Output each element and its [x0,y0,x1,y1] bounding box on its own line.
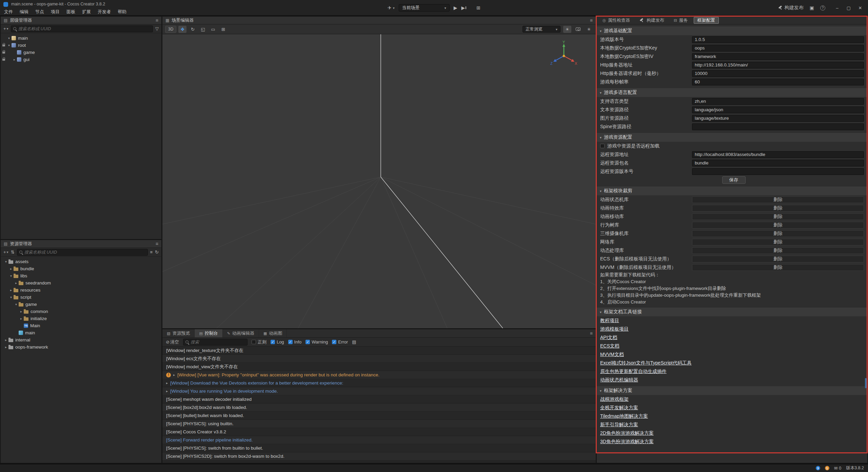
checkbox-icon[interactable]: ✓ [332,340,336,344]
help-icon[interactable]: ? [820,5,825,11]
inspector-tab[interactable]: ⊟服务 [670,17,692,24]
lock-toggle[interactable] [1,44,6,46]
console-tab[interactable]: ▦动画图 [259,329,287,337]
property-input[interactable]: 60 [692,79,864,85]
asset-node[interactable]: ▸internal [1,336,161,343]
checkbox-icon[interactable]: ✓ [271,340,275,344]
section-header[interactable]: ▾框架解决方案 [597,386,867,395]
package-icon[interactable]: ▣ [810,5,814,11]
remote-load-checkbox[interactable] [600,144,605,148]
doc-link[interactable]: 3D角色扮演游戏解决方案 [600,439,654,445]
asset-node[interactable]: ▸oops-framework [1,343,161,351]
asset-node[interactable]: ▸seedrandom [1,279,161,287]
anchor-tool-button[interactable]: ⊞ [219,26,227,33]
regex-checkbox[interactable] [252,340,256,344]
panel-menu-icon[interactable]: ≡ [156,18,158,23]
expand-arrow-icon[interactable]: ▸ [8,267,14,271]
lighting-toggle-button[interactable]: ☀ [563,26,571,33]
move-tool-button[interactable]: ✥ [178,26,186,33]
expand-arrow-icon[interactable]: ▾ [6,43,12,47]
doc-link[interactable]: API文档 [600,335,617,341]
property-input[interactable]: framework [692,53,864,60]
menubar-item[interactable]: 项目 [47,9,63,15]
doc-link[interactable]: 原生包热更新配置自动生成插件 [600,369,667,375]
property-input[interactable] [692,123,864,130]
console-log-row[interactable]: [Scene] [PHYSICS]: using builtin. [162,420,596,428]
expand-arrow-icon[interactable]: ▾ [14,302,19,306]
info-count-badge[interactable]: 3 [816,466,820,470]
camera-view-button[interactable] [574,26,582,33]
asset-node[interactable]: ▾libs [1,272,161,279]
expand-arrow-icon[interactable]: ▸ [166,389,168,393]
asset-node[interactable]: ▾game [1,301,161,308]
menubar-item[interactable]: 帮助 [114,9,130,15]
projection-toggle-button[interactable]: 3D [165,26,176,33]
preview-scene-select[interactable]: 当前场景 ▾ [399,4,450,12]
doc-link[interactable]: 动画状态机编辑器 [600,377,638,383]
section-header[interactable]: ▾游戏多语言配置 [597,88,867,97]
property-input[interactable] [692,168,864,175]
menubar-item[interactable]: 节点 [32,9,47,15]
hierarchy-node[interactable]: ▾root [1,42,161,49]
menubar-item[interactable]: 扩展 [79,9,94,15]
delete-button[interactable]: 删除 [692,196,864,203]
save-button[interactable]: 保存 [722,176,746,184]
expand-arrow-icon[interactable]: ▸ [3,345,8,349]
expand-arrow-icon[interactable]: ▸ [12,58,17,61]
hierarchy-node[interactable]: ▸gui [1,56,161,63]
console-log-row[interactable]: [Scene] [bullet]:bullet wasm lib loaded. [162,412,596,420]
inspector-tab[interactable]: ◎属性检查器 [599,17,634,24]
property-input[interactable]: http://localhost:8083/assets/bundle [692,151,864,158]
asset-node[interactable]: TSMain [1,322,161,329]
menubar-item[interactable]: 面板 [63,9,79,15]
log-filter-info[interactable]: ✓Info [288,339,302,345]
section-header[interactable]: ▾游戏基础配置 [597,26,867,35]
doc-link[interactable]: ECS文档 [600,343,619,349]
create-node-button[interactable]: + ▾ [3,26,8,31]
property-input[interactable]: 10000 [692,70,864,77]
console-search-input[interactable] [191,340,245,345]
expand-arrow-icon[interactable]: ▾ [8,295,14,299]
expand-arrow-icon[interactable]: ▸ [19,317,24,320]
doc-link[interactable]: MVVM文档 [600,352,624,358]
log-filter-error[interactable]: ✓Error [332,339,348,345]
expand-arrow-icon[interactable]: ▸ [173,373,175,377]
delete-button[interactable]: 删除 [692,239,864,245]
expand-arrow-icon[interactable]: ▾ [8,274,14,278]
scene-settings-gear-icon[interactable]: ✳ [585,26,593,33]
doc-link[interactable]: 2D角色扮演游戏解决方案 [600,430,654,436]
doc-link[interactable]: 战棋游戏框架 [600,396,629,402]
build-publish-button[interactable]: 构建发布 [778,5,804,11]
checkbox-icon[interactable]: ✓ [288,340,293,344]
asset-node[interactable]: ▸bundle [1,265,161,272]
axis-gizmo[interactable]: Y X Z [550,40,578,69]
step-button[interactable]: ▶ [461,5,467,11]
warning-count-badge[interactable]: 1 [825,466,829,470]
expand-arrow-icon[interactable]: ▸ [19,310,24,313]
panel-menu-icon[interactable]: ≡ [590,329,596,337]
inspector-tab[interactable]: 框架配置 [694,17,719,24]
console-log-row[interactable]: !▸[Window] [Vue warn]: Property "onInput… [162,371,596,379]
property-input[interactable]: zh,en [692,98,864,105]
hierarchy-filter-icon[interactable]: ▽ [155,26,159,31]
property-input[interactable]: language/texture [692,115,864,122]
create-asset-button[interactable]: + ▾ [3,250,8,255]
delete-button[interactable]: 删除 [692,213,864,220]
expand-arrow-icon[interactable]: ▾ [6,36,12,40]
panel-menu-icon[interactable]: ≡ [590,18,593,23]
console-log-row[interactable]: [Scene] [PHYSICS]: switch from builtin t… [162,444,596,452]
sort-icon[interactable]: ⇅ [11,250,15,255]
panel-menu-icon[interactable]: ≡ [156,241,158,247]
property-input[interactable]: http://192.168.0.150/main/ [692,62,864,68]
expand-arrow-icon[interactable]: ▸ [14,281,19,285]
console-log-row[interactable]: [Scene] [PHYSICS2D]: switch from box2d-w… [162,452,596,460]
asset-node[interactable]: ▾script [1,294,161,301]
console-log-row[interactable]: [Window] model_view文件夹不存在 [162,363,596,371]
delete-button[interactable]: 删除 [692,256,864,262]
assets-search[interactable] [17,249,148,256]
delete-button[interactable]: 删除 [692,222,864,229]
preview-device-button[interactable]: ✈ ▾ [388,5,395,11]
console-log-row[interactable]: [Window] render_texture文件夹不存在 [162,347,596,355]
hierarchy-search[interactable] [11,25,153,32]
doc-link[interactable]: 游戏模板项目 [600,326,629,332]
